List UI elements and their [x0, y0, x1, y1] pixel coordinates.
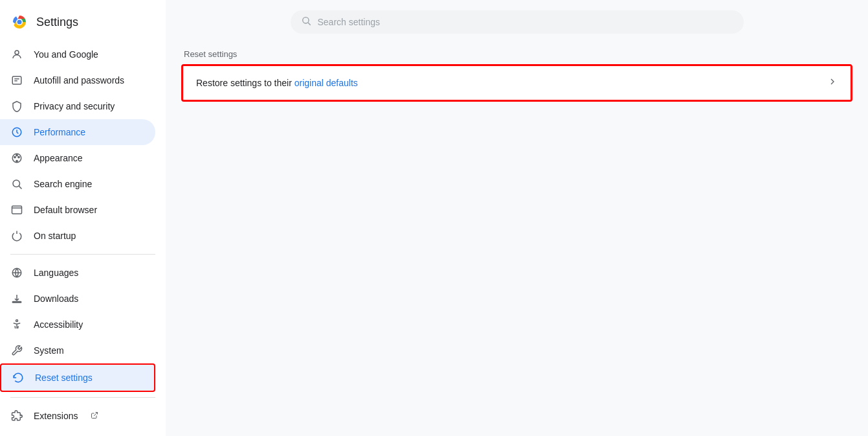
restore-settings-item[interactable]: Restore settings to their original defau… — [183, 66, 851, 100]
sidebar-item-you-and-google[interactable]: You and Google — [0, 41, 155, 67]
shield-icon — [10, 100, 23, 113]
section-title: Reset settings — [181, 49, 852, 59]
download-icon — [10, 292, 23, 305]
wrench-icon — [10, 344, 23, 357]
sidebar-item-label: Search engine — [34, 179, 92, 189]
accessibility-icon — [10, 318, 23, 331]
svg-point-3 — [15, 51, 19, 54]
sidebar-item-search-engine[interactable]: Search engine — [0, 171, 155, 197]
sidebar-item-languages[interactable]: Languages — [0, 260, 155, 286]
svg-line-20 — [94, 412, 98, 416]
search-icon — [10, 178, 23, 190]
sidebar-item-appearance[interactable]: Appearance — [0, 145, 155, 171]
sidebar-item-label: Accessibility — [34, 319, 83, 330]
globe-icon — [10, 266, 23, 279]
svg-line-14 — [19, 186, 21, 189]
svg-point-11 — [16, 154, 17, 155]
sidebar-item-label: Downloads — [34, 293, 78, 304]
svg-point-13 — [13, 180, 20, 187]
sidebar-item-on-startup[interactable]: On startup — [0, 223, 155, 249]
sidebar-item-autofill[interactable]: Autofill and passwords — [0, 67, 155, 93]
sidebar-item-label: System — [34, 345, 64, 356]
svg-line-22 — [308, 23, 311, 25]
badge-icon — [10, 74, 23, 87]
chevron-right-icon — [827, 76, 838, 89]
sidebar-item-default-browser[interactable]: Default browser — [0, 197, 155, 223]
reset-icon — [12, 371, 25, 384]
browser-icon — [10, 203, 23, 216]
external-link-icon — [91, 411, 98, 421]
chrome-logo-icon — [10, 13, 28, 31]
sidebar-item-label: You and Google — [34, 49, 98, 60]
sidebar-item-label: Reset settings — [35, 373, 93, 383]
puzzle-icon — [10, 409, 23, 422]
sidebar-item-label: On startup — [34, 231, 76, 241]
sidebar: Settings You and Google Autofill and pas… — [0, 0, 166, 436]
svg-point-9 — [14, 156, 16, 157]
sidebar-item-label: Autofill and passwords — [34, 75, 124, 86]
sidebar-item-system[interactable]: System — [0, 338, 155, 363]
sidebar-item-label: Extensions — [34, 411, 78, 421]
search-bar-container — [181, 10, 852, 34]
person-icon — [10, 48, 23, 61]
main-content: Reset settings Restore settings to their… — [166, 0, 868, 436]
reset-settings-card: Restore settings to their original defau… — [181, 64, 852, 102]
restore-settings-text: Restore settings to their original defau… — [196, 78, 358, 88]
svg-point-12 — [16, 160, 17, 161]
svg-point-10 — [18, 156, 19, 157]
sidebar-item-label: Appearance — [34, 153, 83, 163]
sidebar-item-reset-settings[interactable]: Reset settings — [0, 363, 155, 392]
search-input[interactable] — [318, 17, 733, 27]
sidebar-item-privacy[interactable]: Privacy and security — [0, 93, 155, 119]
sidebar-item-downloads[interactable]: Downloads — [0, 286, 155, 312]
original-defaults-link: original defaults — [295, 78, 358, 88]
sidebar-item-performance[interactable]: Performance — [0, 119, 155, 145]
search-bar[interactable] — [291, 10, 744, 34]
svg-rect-18 — [12, 302, 21, 303]
svg-point-21 — [302, 17, 308, 23]
sidebar-item-extensions[interactable]: Extensions — [0, 403, 155, 429]
sidebar-item-label: Performance — [34, 127, 85, 137]
sidebar-divider — [10, 254, 155, 255]
sidebar-item-label: Privacy and security — [34, 101, 115, 111]
sidebar-item-accessibility[interactable]: Accessibility — [0, 312, 155, 338]
palette-icon — [10, 152, 23, 165]
sidebar-item-label: Default browser — [34, 205, 97, 215]
speed-icon — [10, 126, 23, 139]
power-icon — [10, 229, 23, 242]
svg-point-19 — [16, 320, 18, 322]
sidebar-divider-2 — [10, 397, 155, 398]
svg-point-2 — [17, 20, 22, 25]
search-icon — [301, 16, 311, 29]
svg-rect-15 — [12, 206, 22, 214]
sidebar-item-label: Languages — [34, 268, 78, 278]
app-title: Settings — [36, 16, 78, 29]
sidebar-header: Settings — [0, 5, 166, 41]
